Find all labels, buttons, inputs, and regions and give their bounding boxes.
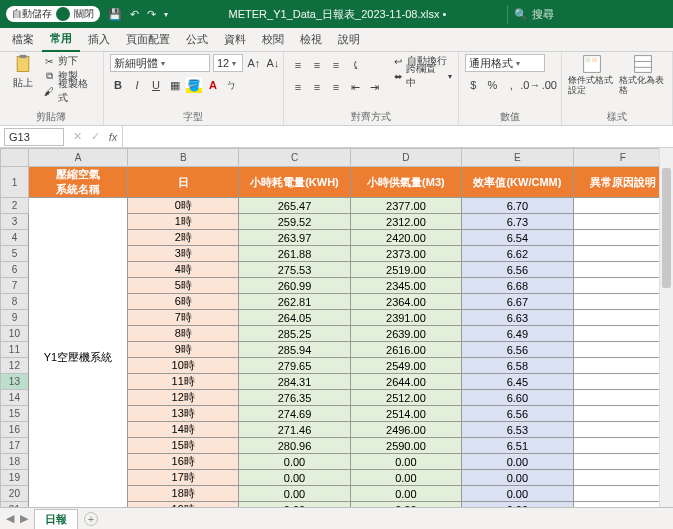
font-color-button[interactable]: A bbox=[205, 77, 221, 93]
table-cell[interactable]: 2373.00 bbox=[350, 246, 461, 262]
header-cell-A[interactable]: 壓縮空氣系統名稱 bbox=[28, 167, 127, 198]
table-cell[interactable] bbox=[573, 454, 672, 470]
table-cell[interactable] bbox=[573, 326, 672, 342]
comma-button[interactable]: , bbox=[503, 77, 519, 93]
table-cell[interactable]: 0.00 bbox=[239, 470, 350, 486]
table-cell[interactable] bbox=[573, 438, 672, 454]
table-cell[interactable]: 12時 bbox=[128, 390, 239, 406]
table-cell[interactable] bbox=[573, 502, 672, 508]
row-header-5[interactable]: 5 bbox=[1, 246, 29, 262]
align-top-button[interactable]: ≡ bbox=[290, 57, 306, 73]
indent-right-button[interactable]: ⇥ bbox=[366, 79, 382, 95]
currency-button[interactable]: $ bbox=[465, 77, 481, 93]
add-sheet-button[interactable]: + bbox=[84, 512, 98, 526]
cancel-formula-icon[interactable]: ✕ bbox=[68, 130, 86, 143]
phonetic-button[interactable]: ㄅ bbox=[224, 77, 240, 93]
table-cell[interactable]: 14時 bbox=[128, 422, 239, 438]
header-cell-D[interactable]: 小時供氣量(M3) bbox=[350, 167, 461, 198]
font-size-dropdown[interactable]: 12▾ bbox=[213, 54, 243, 72]
decrease-font-button[interactable]: A↓ bbox=[265, 55, 281, 71]
table-cell[interactable]: 0.00 bbox=[462, 486, 574, 502]
tab-公式[interactable]: 公式 bbox=[178, 28, 216, 51]
table-cell[interactable]: 7時 bbox=[128, 310, 239, 326]
vertical-scrollbar[interactable] bbox=[659, 148, 673, 507]
system-name-cell[interactable]: Y1空壓機系統 bbox=[28, 198, 127, 508]
header-cell-B[interactable]: 日 bbox=[128, 167, 239, 198]
bold-button[interactable]: B bbox=[110, 77, 126, 93]
tab-插入[interactable]: 插入 bbox=[80, 28, 118, 51]
table-cell[interactable]: 271.46 bbox=[239, 422, 350, 438]
table-cell[interactable] bbox=[573, 342, 672, 358]
table-cell[interactable]: 0.00 bbox=[350, 470, 461, 486]
table-cell[interactable]: 2391.00 bbox=[350, 310, 461, 326]
table-cell[interactable]: 2377.00 bbox=[350, 198, 461, 214]
align-middle-button[interactable]: ≡ bbox=[309, 57, 325, 73]
row-header-6[interactable]: 6 bbox=[1, 262, 29, 278]
table-cell[interactable] bbox=[573, 262, 672, 278]
table-cell[interactable]: 2420.00 bbox=[350, 230, 461, 246]
table-cell[interactable]: 0.00 bbox=[462, 502, 574, 508]
table-cell[interactable] bbox=[573, 230, 672, 246]
select-all-corner[interactable] bbox=[1, 149, 29, 167]
row-header-14[interactable]: 14 bbox=[1, 390, 29, 406]
align-bottom-button[interactable]: ≡ bbox=[328, 57, 344, 73]
table-cell[interactable] bbox=[573, 422, 672, 438]
table-cell[interactable]: 0.00 bbox=[350, 454, 461, 470]
merge-center-button[interactable]: ⬌跨欄置中▾ bbox=[392, 69, 452, 83]
table-cell[interactable]: 2644.00 bbox=[350, 374, 461, 390]
autosave-toggle[interactable]: 自動儲存 關閉 bbox=[6, 6, 100, 22]
table-cell[interactable] bbox=[573, 374, 672, 390]
tab-說明[interactable]: 說明 bbox=[330, 28, 368, 51]
undo-icon[interactable]: ↶ bbox=[130, 8, 139, 21]
table-cell[interactable]: 6.45 bbox=[462, 374, 574, 390]
table-cell[interactable]: 2時 bbox=[128, 230, 239, 246]
table-cell[interactable]: 280.96 bbox=[239, 438, 350, 454]
worksheet-grid[interactable]: ABCDEF1壓縮空氣系統名稱日小時耗電量(KWH)小時供氣量(M3)效率值(K… bbox=[0, 148, 673, 507]
align-left-button[interactable]: ≡ bbox=[290, 79, 306, 95]
font-name-dropdown[interactable]: 新細明體▾ bbox=[110, 54, 210, 72]
table-cell[interactable] bbox=[573, 214, 672, 230]
table-cell[interactable]: 2312.00 bbox=[350, 214, 461, 230]
table-cell[interactable]: 0.00 bbox=[350, 486, 461, 502]
table-cell[interactable]: 6.56 bbox=[462, 406, 574, 422]
tab-常用[interactable]: 常用 bbox=[42, 27, 80, 52]
table-cell[interactable]: 285.94 bbox=[239, 342, 350, 358]
header-cell-E[interactable]: 效率值(KW/CMM) bbox=[462, 167, 574, 198]
fx-icon[interactable]: fx bbox=[104, 131, 122, 143]
row-header-9[interactable]: 9 bbox=[1, 310, 29, 326]
table-cell[interactable]: 0.00 bbox=[350, 502, 461, 508]
redo-icon[interactable]: ↷ bbox=[147, 8, 156, 21]
table-cell[interactable]: 260.99 bbox=[239, 278, 350, 294]
table-cell[interactable]: 264.05 bbox=[239, 310, 350, 326]
table-cell[interactable]: 259.52 bbox=[239, 214, 350, 230]
table-cell[interactable]: 6.58 bbox=[462, 358, 574, 374]
table-cell[interactable] bbox=[573, 246, 672, 262]
row-header-16[interactable]: 16 bbox=[1, 422, 29, 438]
format-as-table-button[interactable]: 格式化為表格 bbox=[619, 54, 666, 96]
table-cell[interactable]: 263.97 bbox=[239, 230, 350, 246]
table-cell[interactable]: 0.00 bbox=[462, 470, 574, 486]
table-cell[interactable]: 0.00 bbox=[239, 454, 350, 470]
table-cell[interactable]: 3時 bbox=[128, 246, 239, 262]
row-header-13[interactable]: 13 bbox=[1, 374, 29, 390]
tab-資料[interactable]: 資料 bbox=[216, 28, 254, 51]
table-cell[interactable]: 0.00 bbox=[239, 502, 350, 508]
table-cell[interactable]: 17時 bbox=[128, 470, 239, 486]
table-cell[interactable]: 262.81 bbox=[239, 294, 350, 310]
col-header-A[interactable]: A bbox=[28, 149, 127, 167]
table-cell[interactable] bbox=[573, 390, 672, 406]
table-cell[interactable]: 4時 bbox=[128, 262, 239, 278]
formula-input[interactable] bbox=[122, 126, 673, 147]
row-header-7[interactable]: 7 bbox=[1, 278, 29, 294]
table-cell[interactable]: 6時 bbox=[128, 294, 239, 310]
table-cell[interactable]: 0時 bbox=[128, 198, 239, 214]
table-cell[interactable]: 6.54 bbox=[462, 230, 574, 246]
table-cell[interactable]: 274.69 bbox=[239, 406, 350, 422]
table-cell[interactable]: 19時 bbox=[128, 502, 239, 508]
align-center-button[interactable]: ≡ bbox=[309, 79, 325, 95]
sheet-nav-prev-icon[interactable]: ◀ bbox=[6, 512, 14, 525]
table-cell[interactable]: 6.63 bbox=[462, 310, 574, 326]
tab-檢視[interactable]: 檢視 bbox=[292, 28, 330, 51]
table-cell[interactable]: 2512.00 bbox=[350, 390, 461, 406]
table-cell[interactable] bbox=[573, 198, 672, 214]
